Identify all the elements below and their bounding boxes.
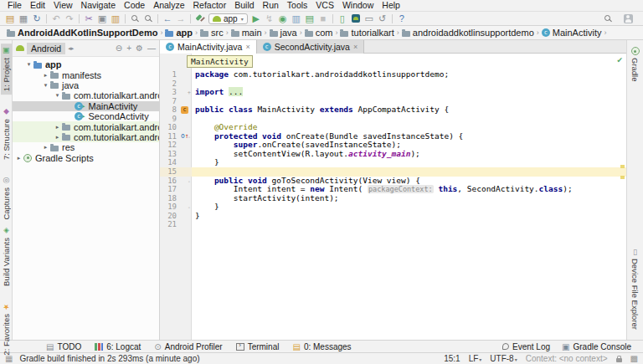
code-line[interactable]: 21	[160, 220, 626, 229]
breadcrumb-item[interactable]: MainActivity	[540, 28, 604, 38]
undo-icon[interactable]: ↶	[49, 13, 63, 25]
hide-panel-icon[interactable]: —	[147, 44, 156, 53]
highlighting-level-icon[interactable]: ▩	[630, 354, 638, 363]
stop-icon[interactable]: ■	[316, 13, 330, 25]
breadcrumb-item[interactable]: AndroidAddKotlinSupportDemo	[5, 28, 159, 38]
menu-code[interactable]: Code	[120, 0, 149, 11]
tool-window-button-0-messages[interactable]: ▤0: Messages	[292, 342, 351, 351]
collapsed-arrow-icon[interactable]: ▸	[41, 144, 50, 151]
code-line[interactable]: 20}	[160, 212, 626, 221]
breadcrumb-item[interactable]: main	[229, 28, 264, 38]
menu-edit[interactable]: Edit	[26, 0, 49, 11]
expanded-arrow-icon[interactable]: ▾	[41, 82, 50, 89]
collapsed-arrow-icon[interactable]: ▸	[14, 155, 23, 161]
breadcrumb-item[interactable]: src	[198, 28, 225, 38]
menu-tools[interactable]: Tools	[283, 0, 312, 11]
code-line[interactable]: 13 setContentView(R.layout.activity_main…	[160, 150, 626, 159]
close-icon[interactable]: ×	[353, 43, 358, 51]
device-monitor-icon[interactable]: ▭	[363, 13, 376, 25]
open-icon[interactable]: ▤	[3, 13, 17, 25]
run-icon[interactable]: ▶	[249, 13, 263, 25]
lock-icon[interactable]	[616, 358, 622, 362]
menu-window[interactable]: Window	[338, 0, 378, 11]
cut-icon[interactable]: ✂	[82, 13, 95, 25]
tool-window-button-event-log[interactable]: Event Log	[502, 342, 550, 351]
menu-run[interactable]: Run	[259, 0, 283, 11]
breadcrumb-item[interactable]: java	[268, 28, 299, 38]
tree-item[interactable]: ▾java	[13, 80, 159, 90]
code-line[interactable]: 19- }	[160, 203, 626, 212]
avatar-icon[interactable]	[621, 13, 635, 25]
replace-icon[interactable]	[141, 13, 155, 25]
coverage-icon[interactable]: ▤	[303, 13, 316, 25]
sdk-manager-icon[interactable]	[349, 13, 363, 25]
code-line[interactable]: 8cpublic class MainActivity extends AppC…	[160, 105, 626, 115]
tool-stripe-button-captures[interactable]: Captures◎	[1, 173, 12, 223]
menu-build[interactable]: Build	[230, 0, 258, 11]
code-editor[interactable]: MainActivity ✔ 1package com.tutorialkart…	[160, 54, 626, 340]
tool-window-button-todo[interactable]: ▤TODO	[46, 342, 81, 351]
gear-icon[interactable]: ⚙	[136, 44, 143, 53]
tree-item[interactable]: ▸res	[13, 142, 159, 152]
expanded-arrow-icon[interactable]: ▾	[24, 61, 33, 68]
tool-stripe-button-build-variants[interactable]: Build Variants◈	[1, 223, 12, 290]
code-line[interactable]: 18 startActivity(intent);	[160, 194, 626, 203]
back-icon[interactable]: ←	[161, 13, 174, 25]
tree-item[interactable]: ▸manifests	[13, 69, 159, 79]
menu-refactor[interactable]: Refactor	[189, 0, 231, 11]
menu-view[interactable]: View	[49, 0, 77, 11]
menu-vcs[interactable]: VCS	[311, 0, 338, 11]
redo-icon[interactable]: ↷	[63, 13, 76, 25]
project-view-selector[interactable]: Android	[27, 43, 65, 54]
menu-navigate[interactable]: Navigate	[77, 0, 120, 11]
code-line[interactable]: 1package com.tutorialkart.androidaddkotl…	[160, 70, 626, 79]
help-icon[interactable]: ?	[395, 13, 409, 25]
tool-stripe-button-device-file-explorer[interactable]: ▯Device File Explorer	[630, 244, 640, 333]
tool-stripe-button-1-project[interactable]: 1: Project▣	[1, 44, 12, 95]
collapse-all-icon[interactable]: ⊖	[116, 44, 122, 53]
tool-window-button-android-profiler[interactable]: ⊙Android Profiler	[154, 342, 222, 351]
tool-window-button-gradle-console[interactable]: ▣Gradle Console	[562, 342, 631, 351]
tree-item[interactable]: ▾app	[13, 59, 159, 69]
collapsed-arrow-icon[interactable]: ▸	[53, 134, 62, 141]
make-icon[interactable]	[193, 13, 207, 25]
code-line[interactable]: 3+import ...	[160, 88, 626, 97]
sync-icon[interactable]: ↻	[30, 13, 44, 25]
tool-stripe-button-2-favorites[interactable]: 2: Favorites★	[1, 300, 12, 359]
expanded-arrow-icon[interactable]: ▾	[53, 92, 62, 99]
breadcrumb-item[interactable]: app	[163, 28, 194, 38]
tool-stripe-button-7-structure[interactable]: 7: Structure◆	[1, 105, 12, 163]
gradle-sync-icon[interactable]: ↺	[376, 13, 389, 25]
code-line[interactable]: 14 }	[160, 158, 626, 167]
tool-window-button-6-logcat[interactable]: 6: Logcat	[95, 342, 141, 351]
locate-file-icon[interactable]: +	[126, 44, 131, 53]
editor-tab[interactable]: SecondActivity.java×	[257, 40, 365, 54]
tree-item[interactable]: ▸MainActivity	[13, 101, 159, 111]
run-config-selector[interactable]: app▾	[208, 13, 248, 24]
view-switcher-icon[interactable]: ◂▸	[68, 45, 74, 52]
menu-help[interactable]: Help	[378, 0, 404, 11]
close-icon[interactable]: ×	[245, 43, 249, 51]
save-icon[interactable]: ▦	[17, 13, 30, 25]
forward-icon[interactable]: →	[174, 13, 188, 25]
breadcrumb-item[interactable]: tutorialkart	[338, 28, 395, 38]
find-icon[interactable]	[128, 13, 141, 25]
tree-item[interactable]: ▸Gradle Scripts	[13, 153, 159, 163]
breadcrumb-item[interactable]: com	[303, 28, 335, 38]
breadcrumb-item[interactable]: androidaddkotlinsupportdemo	[400, 28, 536, 38]
avd-manager-icon[interactable]: ▯	[336, 13, 349, 25]
tool-stripe-button-gradle[interactable]: Gradle	[630, 44, 640, 85]
tree-item[interactable]: ▸com.tutorialkart.androidaddko	[13, 132, 159, 142]
collapsed-arrow-icon[interactable]: ▸	[53, 124, 62, 131]
paste-icon[interactable]: ▥	[109, 13, 122, 25]
encoding-selector[interactable]: UTF-8▾	[490, 354, 517, 363]
tree-item[interactable]: ▸com.tutorialkart.androidaddko	[13, 121, 159, 131]
apply-changes-icon[interactable]: ↯	[263, 13, 276, 25]
class-gutter-icon[interactable]: c	[181, 106, 188, 114]
menu-analyze[interactable]: Analyze	[149, 0, 188, 11]
copy-icon[interactable]: ▣	[95, 13, 109, 25]
inspection-ok-icon[interactable]: ✔	[616, 56, 623, 64]
debug-icon[interactable]: ◉	[276, 13, 290, 25]
profile-icon[interactable]: ▥	[290, 13, 303, 25]
line-separator-selector[interactable]: LF▾	[469, 354, 482, 363]
